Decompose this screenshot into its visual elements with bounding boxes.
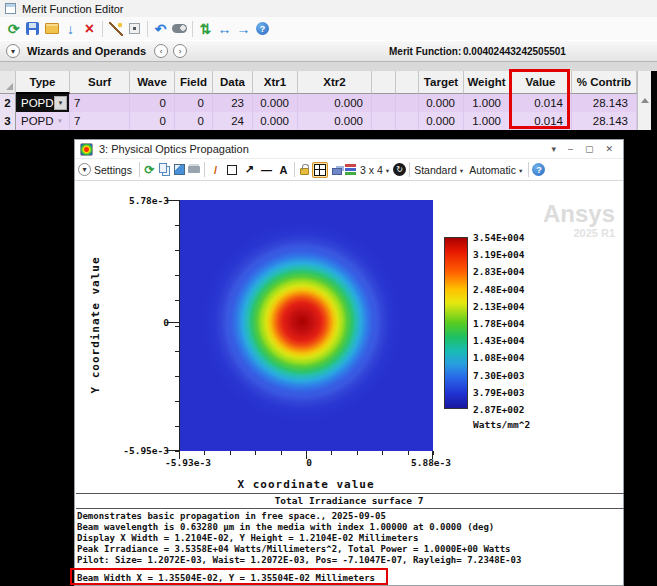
text-tool-icon[interactable]: A [275,161,292,179]
toolbar-separator [139,162,140,177]
copy-icon[interactable] [157,161,172,179]
wave-cell[interactable]: 0 [130,112,175,130]
close-icon[interactable]: ✕ [605,144,613,154]
col-header-target[interactable]: Target [419,71,464,94]
wizard-icon[interactable] [106,20,125,38]
toolbar-separator [192,21,193,37]
refresh-icon[interactable]: ⟳ [4,20,23,38]
dropdown-caret[interactable]: ▼ [57,118,67,124]
delete-operand-icon[interactable]: × [80,20,99,38]
monitors-icon[interactable] [328,161,343,179]
caret-down-icon: ▼ [459,168,464,174]
colorbar-label: 2.13E+004 [473,301,524,312]
col-header-data[interactable]: Data [213,71,253,94]
next-arrow-icon[interactable]: › [173,44,187,58]
table-scrollbar[interactable] [637,71,651,130]
merit-function-label: Merit Function: [389,46,461,57]
row-number[interactable]: 3 [0,112,16,130]
col-header-type[interactable]: Type [16,71,70,94]
prev-arrow-icon[interactable]: ‹ [154,44,168,58]
open-report-icon[interactable] [42,20,61,38]
toolbar-separator [147,21,148,37]
col-header-xtr1[interactable]: Xtr1 [253,71,298,94]
weight-cell[interactable]: 1.000 [464,94,510,112]
xtr2-cell[interactable]: 0.000 [298,94,372,112]
col-header-blank1[interactable] [372,71,396,94]
footer-line: Peak Irradiance = 3.5358E+04 Watts/Milli… [77,544,510,554]
reset-view-icon[interactable]: ↻ [392,161,407,179]
contrib-cell[interactable]: 28.143 [572,94,637,112]
toggle-icon[interactable] [170,20,189,38]
col-header-wave[interactable]: Wave [130,71,175,94]
help-icon[interactable]: ? [531,161,546,179]
save-graphic-icon[interactable] [172,161,187,179]
resize-columns-icon[interactable]: ↔ [215,20,234,38]
go-icon[interactable]: → [234,20,253,38]
operand-properties-icon[interactable] [125,20,144,38]
print-icon[interactable] [187,161,202,179]
corner-header-cell[interactable] [0,71,16,94]
toolbar-separator [409,162,410,177]
minimize-icon[interactable]: – [568,144,573,154]
help-icon[interactable]: ? [253,20,272,38]
split-view-button-active[interactable] [312,162,328,178]
weight-cell[interactable]: 1.000 [464,112,510,130]
settings-button[interactable]: Settings [94,164,132,176]
layers-icon[interactable] [343,161,358,179]
col-header-field[interactable]: Field [175,71,213,94]
wave-cell[interactable]: 0 [130,94,175,112]
grid-size-dropdown[interactable]: 3 x 4 [360,164,383,176]
chevron-down-icon[interactable]: ▾ [6,44,20,58]
col-header-surf[interactable]: Surf [70,71,130,94]
target-cell[interactable]: 0.000 [419,112,464,130]
footer-separator [76,508,624,509]
y-tick-top: 5.78e-3 [109,195,169,206]
insert-operand-icon[interactable]: ↓ [61,20,80,38]
field-cell[interactable]: 0 [175,112,213,130]
toolbar-separator [102,21,103,37]
blank-cell[interactable] [396,112,419,130]
save-icon[interactable] [23,20,42,38]
refresh-icon[interactable]: ⟳ [142,161,157,179]
target-cell[interactable]: 0.000 [419,94,464,112]
blank-cell[interactable] [372,94,396,112]
standard-dropdown[interactable]: Standard [414,164,457,176]
type-cell[interactable]: POPD▼ [16,112,70,130]
pop-window: 3: Physical Optics Propagation ▾ – ▢ ✕ ▾… [74,139,624,586]
col-header-weight[interactable]: Weight [464,71,510,94]
row-number[interactable]: 2 [0,94,16,112]
col-header-contrib[interactable]: % Contrib [572,71,637,94]
settings-chevron-icon[interactable]: ▾ [78,163,91,176]
data-cell[interactable]: 23 [213,94,253,112]
maximize-icon[interactable]: ▢ [585,144,594,154]
stack-icon [345,164,356,175]
dropdown-button[interactable]: ▼ [54,96,67,110]
blank-cell[interactable] [396,94,419,112]
blank-cell[interactable] [372,112,396,130]
xtr1-cell[interactable]: 0.000 [253,112,298,130]
xtr2-cell[interactable]: 0.000 [298,112,372,130]
arrow-tool-icon[interactable]: ↗ [241,161,258,179]
merit-function-value: 0.00402443242505501 [463,46,566,57]
col-header-xtr2[interactable]: Xtr2 [298,71,372,94]
line-tool-icon[interactable]: / [207,161,224,179]
type-cell-selected[interactable]: POPD▼ [16,94,70,112]
col-header-blank2[interactable] [396,71,419,94]
y-tick-bottom: -5.95e-3 [109,445,169,456]
hline-tool-icon[interactable]: — [258,161,275,179]
rectangle-tool-icon[interactable] [224,161,241,179]
surf-cell[interactable]: 7 [70,94,130,112]
colorbar [444,237,468,409]
data-cell[interactable]: 24 [213,112,253,130]
undo-icon[interactable]: ↶ [151,20,170,38]
xtr1-cell[interactable]: 0.000 [253,94,298,112]
swap-rows-icon[interactable]: ⇅ [196,20,215,38]
scroll-up-icon[interactable] [641,98,649,103]
field-cell[interactable]: 0 [175,94,213,112]
lock-icon[interactable] [297,161,312,179]
contrib-cell[interactable]: 28.143 [572,112,637,130]
surf-cell[interactable]: 7 [70,112,130,130]
window-menu-icon[interactable]: ▾ [551,144,556,154]
padlock-icon [300,168,309,175]
automatic-dropdown[interactable]: Automatic [469,164,516,176]
